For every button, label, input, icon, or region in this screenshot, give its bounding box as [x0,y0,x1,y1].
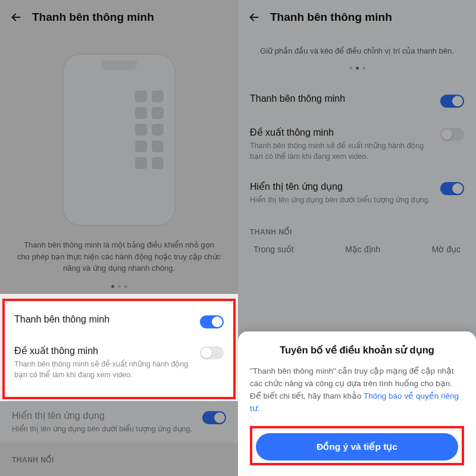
highlighted-button-area: Đồng ý và tiếp tục [250,426,464,465]
setting-label: Đề xuất thông minh [250,127,434,138]
back-arrow-icon[interactable] [10,11,23,24]
smart-sidebar-toggle-row[interactable]: Thanh bên thông minh [250,84,464,117]
page-title: Thanh bên thông minh [270,11,392,24]
page-indicator [0,280,238,299]
setting-label: Thanh bên thông minh [14,314,194,325]
setting-description: Hiển thị tên ứng dụng bên dưới biểu tượn… [250,195,434,205]
show-app-name-toggle-row[interactable]: Hiển thị tên ứng dụng Hiển thị tên ứng d… [12,402,226,443]
smart-sidebar-toggle[interactable] [440,95,464,108]
right-screenshot: Thanh bên thông minh Giữ phần đầu và kéo… [238,0,476,476]
smart-sidebar-toggle[interactable] [200,315,224,328]
smart-suggest-toggle[interactable] [440,128,464,141]
setting-description: Hiển thị tên ứng dụng bên dưới biểu tượn… [12,424,196,434]
intro-description: Thanh bên thông minh là một bảng điều kh… [0,226,238,280]
page-title: Thanh bên thông minh [32,11,154,24]
section-header-handle: THANH NỔI [238,215,476,239]
drag-instruction: Giữ phần đầu và kéo để điều chỉnh vị trí… [238,30,476,62]
agree-continue-button[interactable]: Đồng ý và tiếp tục [256,433,458,461]
setting-description: Thanh bên thông minh sẽ đề xuất những hà… [14,359,194,380]
page-indicator [238,62,476,80]
terms-bottom-sheet: Tuyên bố về điều khoản sử dụng "Thanh bê… [238,331,476,476]
phone-illustration [0,30,238,226]
smart-suggest-toggle[interactable] [200,346,224,359]
show-app-name-toggle[interactable] [202,411,226,424]
left-screenshot: Thanh bên thông minh Thanh bên thông min… [0,0,238,476]
sheet-title: Tuyên bố về điều khoản sử dụng [250,345,464,356]
highlighted-settings: Thanh bên thông minh Đề xuất thông minh … [2,299,236,399]
opacity-slider-labels[interactable]: Trong suốt Mặc định Mờ đục [238,239,476,254]
smart-sidebar-toggle-row[interactable]: Thanh bên thông minh [14,306,224,337]
setting-description: Thanh bên thông minh sẽ đề xuất những hà… [250,140,434,162]
smart-suggest-toggle-row[interactable]: Đề xuất thông minh Thanh bên thông minh … [14,337,224,389]
header: Thanh bên thông minh [238,0,476,30]
back-arrow-icon[interactable] [248,11,261,24]
sheet-body: "Thanh bên thông minh" cần truy cập mạng… [250,365,464,415]
setting-label: Đề xuất thông minh [14,345,194,356]
show-app-name-toggle[interactable] [440,182,464,195]
show-app-name-toggle-row[interactable]: Hiển thị tên ứng dụng Hiển thị tên ứng d… [250,171,464,215]
section-header-handle: THANH NỔI [0,443,238,466]
setting-label: Hiển thị tên ứng dụng [12,410,196,421]
header: Thanh bên thông minh [0,0,238,30]
smart-suggest-toggle-row[interactable]: Đề xuất thông minh Thanh bên thông minh … [250,117,464,171]
opacity-transparent-label: Trong suốt [253,245,294,254]
opacity-default-label: Mặc định [345,245,380,254]
opacity-opaque-label: Mờ đục [432,245,461,254]
setting-label: Hiển thị tên ứng dụng [250,181,434,192]
setting-label: Thanh bên thông minh [250,93,434,104]
